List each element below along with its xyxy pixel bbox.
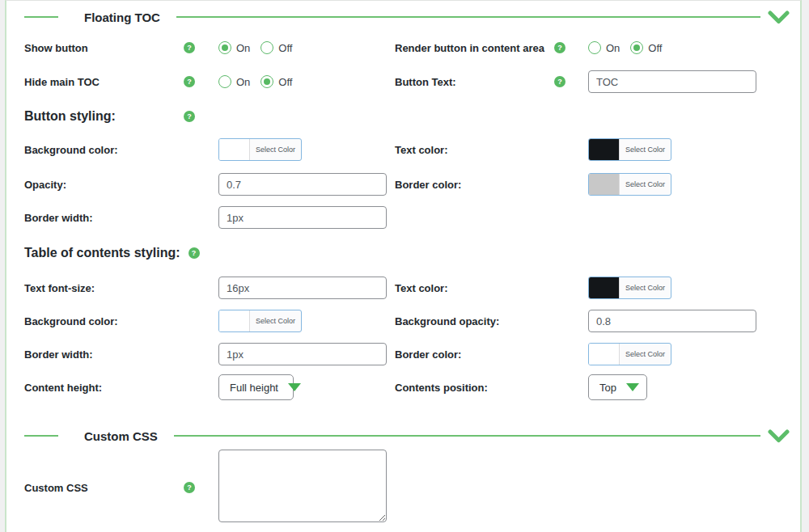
form-row: Show button On Off Render button in cont… bbox=[6, 35, 800, 61]
color-swatch bbox=[589, 139, 620, 160]
radio-on[interactable] bbox=[588, 41, 601, 54]
toc-text-color-picker-button[interactable]: Select Color bbox=[588, 277, 671, 299]
settings-panel: Floating TOC Show button On Off Render b… bbox=[5, 0, 802, 532]
toc-border-width-input[interactable] bbox=[218, 343, 387, 365]
form-row: Opacity: Border color: Select Color bbox=[6, 171, 800, 197]
color-swatch bbox=[589, 174, 620, 195]
contents-position-label: Contents position: bbox=[395, 382, 554, 394]
color-swatch bbox=[219, 139, 250, 160]
show-button-label: Show button bbox=[24, 42, 184, 54]
form-row: Hide main TOC On Off Button Text: bbox=[6, 69, 800, 95]
help-icon[interactable] bbox=[184, 111, 195, 122]
toc-border-color-picker-button[interactable]: Select Color bbox=[588, 343, 671, 365]
toc-styling-heading: Table of contents styling: bbox=[24, 246, 188, 260]
custom-css-label: Custom CSS bbox=[24, 482, 184, 494]
text-color-label: Text color: bbox=[395, 144, 554, 156]
background-opacity-input[interactable] bbox=[588, 310, 756, 332]
select-color-label: Select Color bbox=[250, 310, 301, 331]
opacity-input[interactable] bbox=[218, 173, 387, 196]
radio-off-label[interactable]: Off bbox=[648, 42, 662, 54]
divider-line bbox=[176, 16, 760, 18]
radio-on[interactable] bbox=[218, 75, 231, 88]
select-color-label: Select Color bbox=[250, 139, 301, 160]
divider-line bbox=[24, 435, 58, 437]
radio-on-label[interactable]: On bbox=[236, 76, 250, 88]
radio-off[interactable] bbox=[260, 41, 273, 54]
form-row: Border width: bbox=[6, 205, 800, 230]
text-font-size-label: Text font-size: bbox=[24, 282, 184, 294]
radio-off[interactable] bbox=[630, 41, 643, 54]
radio-off-label[interactable]: Off bbox=[278, 42, 292, 54]
dropdown-arrow-icon bbox=[288, 383, 301, 391]
help-icon[interactable] bbox=[554, 42, 565, 53]
help-icon[interactable] bbox=[184, 76, 195, 87]
help-icon[interactable] bbox=[554, 76, 565, 87]
border-width-input[interactable] bbox=[218, 206, 387, 229]
render-button-radio-group: On Off bbox=[588, 41, 662, 54]
toc-background-color-label: Background color: bbox=[24, 315, 184, 327]
button-text-label: Button Text: bbox=[395, 76, 554, 88]
content-height-label: Content height: bbox=[24, 382, 184, 394]
opacity-label: Opacity: bbox=[24, 179, 184, 191]
help-icon[interactable] bbox=[184, 482, 195, 493]
custom-css-section-header: Custom CSS bbox=[6, 423, 790, 449]
button-styling-heading-row: Button styling: bbox=[6, 103, 800, 129]
form-row: Border width: Border color: Select Color bbox=[6, 341, 800, 367]
select-color-label: Select Color bbox=[620, 174, 671, 195]
radio-on[interactable] bbox=[218, 41, 231, 54]
button-text-input[interactable] bbox=[588, 70, 756, 93]
section-title: Floating TOC bbox=[84, 11, 160, 24]
form-row: Custom CSS bbox=[6, 475, 800, 500]
toc-border-width-label: Border width: bbox=[24, 348, 184, 361]
toc-border-color-label: Border color: bbox=[395, 348, 554, 361]
hide-main-toc-radio-group: On Off bbox=[218, 75, 292, 88]
collapse-chevron-icon[interactable] bbox=[768, 429, 790, 443]
content-height-dropdown[interactable]: Full height bbox=[218, 374, 294, 400]
background-color-picker-button[interactable]: Select Color bbox=[218, 138, 302, 161]
toc-text-color-label: Text color: bbox=[395, 282, 554, 294]
divider-line bbox=[174, 435, 760, 437]
dropdown-selected-value: Top bbox=[599, 382, 616, 394]
hide-main-toc-label: Hide main TOC bbox=[24, 76, 184, 88]
help-icon[interactable] bbox=[188, 247, 200, 259]
border-color-label: Border color: bbox=[395, 179, 554, 191]
button-styling-heading: Button styling: bbox=[24, 109, 184, 124]
show-button-radio-group: On Off bbox=[218, 41, 292, 54]
divider-line bbox=[24, 16, 58, 18]
color-swatch bbox=[589, 344, 620, 365]
form-row: Text font-size: Text color: Select Color bbox=[6, 275, 800, 301]
border-width-label: Border width: bbox=[24, 212, 184, 224]
background-color-label: Background color: bbox=[24, 144, 184, 156]
border-color-picker-button[interactable]: Select Color bbox=[588, 173, 671, 196]
form-row: Background color: Select Color Text colo… bbox=[6, 137, 800, 163]
help-icon[interactable] bbox=[184, 42, 195, 53]
radio-on-label[interactable]: On bbox=[606, 42, 620, 54]
form-row: Background color: Select Color Backgroun… bbox=[6, 308, 800, 334]
floating-toc-section-header: Floating TOC bbox=[6, 4, 790, 30]
toc-styling-heading-row: Table of contents styling: bbox=[6, 240, 800, 266]
custom-css-textarea[interactable] bbox=[218, 450, 387, 522]
section-title: Custom CSS bbox=[84, 429, 158, 443]
select-color-label: Select Color bbox=[620, 139, 671, 160]
text-font-size-input[interactable] bbox=[218, 277, 387, 299]
dropdown-arrow-icon bbox=[626, 383, 639, 391]
color-swatch bbox=[219, 310, 250, 331]
background-opacity-label: Background opacity: bbox=[395, 315, 554, 327]
text-color-picker-button[interactable]: Select Color bbox=[588, 138, 671, 161]
toc-background-color-picker-button[interactable]: Select Color bbox=[218, 310, 302, 332]
select-color-label: Select Color bbox=[620, 344, 671, 365]
collapse-chevron-icon[interactable] bbox=[768, 11, 790, 24]
form-row: Content height: Full height Contents pos… bbox=[6, 374, 800, 400]
radio-off-label[interactable]: Off bbox=[278, 76, 292, 88]
dropdown-selected-value: Full height bbox=[230, 382, 278, 394]
render-button-label: Render button in content area bbox=[395, 42, 554, 54]
contents-position-dropdown[interactable]: Top bbox=[588, 374, 647, 400]
radio-on-label[interactable]: On bbox=[236, 42, 250, 54]
select-color-label: Select Color bbox=[620, 277, 671, 298]
radio-off[interactable] bbox=[260, 75, 273, 88]
color-swatch bbox=[589, 277, 620, 298]
